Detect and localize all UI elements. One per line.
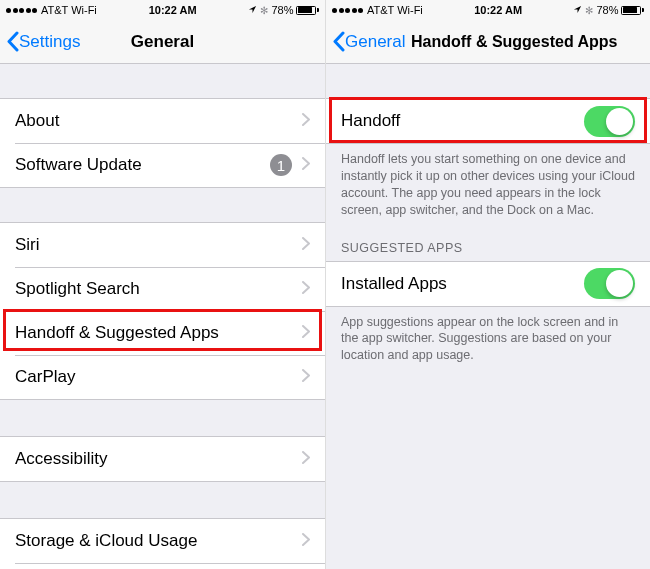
suggested-header: SUGGESTED APPS <box>326 227 650 261</box>
row-label: About <box>15 111 302 131</box>
row-label: Siri <box>15 235 302 255</box>
handoff-list: Handoff Handoff lets you start something… <box>326 64 650 569</box>
page-title: Handoff & Suggested Apps <box>411 33 618 51</box>
row-handoff-toggle: Handoff <box>326 99 650 143</box>
chevron-right-icon <box>302 367 310 387</box>
row-label: Installed Apps <box>341 274 584 294</box>
row-software-update[interactable]: Software Update 1 <box>0 143 325 187</box>
row-carplay[interactable]: CarPlay <box>0 355 325 399</box>
row-label: Handoff & Suggested Apps <box>15 323 302 343</box>
row-label: Storage & iCloud Usage <box>15 531 302 551</box>
chevron-right-icon <box>302 111 310 131</box>
nav-bar: Settings General <box>0 20 325 64</box>
back-button[interactable]: General <box>326 31 405 52</box>
row-handoff[interactable]: Handoff & Suggested Apps <box>0 311 325 355</box>
back-label: General <box>345 32 405 52</box>
status-bar: AT&T Wi-Fi 10:22 AM ✻ 78% <box>326 0 650 20</box>
nav-bar: General Handoff & Suggested Apps <box>326 20 650 64</box>
row-spotlight[interactable]: Spotlight Search <box>0 267 325 311</box>
screen-handoff: AT&T Wi-Fi 10:22 AM ✻ 78% General Handof… <box>325 0 650 569</box>
battery-pct: 78% <box>596 4 618 16</box>
screen-general: AT&T Wi-Fi 10:22 AM ✻ 78% Settings Gener… <box>0 0 325 569</box>
row-label: Accessibility <box>15 449 302 469</box>
bluetooth-icon: ✻ <box>260 5 268 16</box>
chevron-right-icon <box>302 155 310 175</box>
carrier-label: AT&T Wi-Fi <box>367 4 423 16</box>
status-time: 10:22 AM <box>474 4 522 16</box>
row-storage[interactable]: Storage & iCloud Usage <box>0 519 325 563</box>
suggested-footer: App suggestions appear on the lock scree… <box>326 307 650 373</box>
row-installed-apps: Installed Apps <box>326 262 650 306</box>
chevron-right-icon <box>302 279 310 299</box>
chevron-left-icon <box>332 31 345 52</box>
row-label: Handoff <box>341 111 584 131</box>
status-time: 10:22 AM <box>149 4 197 16</box>
row-label: Spotlight Search <box>15 279 302 299</box>
status-bar: AT&T Wi-Fi 10:22 AM ✻ 78% <box>0 0 325 20</box>
row-label: CarPlay <box>15 367 302 387</box>
back-button[interactable]: Settings <box>0 31 80 52</box>
row-background-refresh[interactable]: Background App Refresh <box>0 563 325 569</box>
chevron-right-icon <box>302 449 310 469</box>
row-label: Software Update <box>15 155 270 175</box>
chevron-left-icon <box>6 31 19 52</box>
back-label: Settings <box>19 32 80 52</box>
signal-icon <box>6 8 37 13</box>
carrier-label: AT&T Wi-Fi <box>41 4 97 16</box>
bluetooth-icon: ✻ <box>585 5 593 16</box>
chevron-right-icon <box>302 531 310 551</box>
handoff-footer: Handoff lets you start something on one … <box>326 144 650 227</box>
signal-icon <box>332 8 363 13</box>
settings-list: About Software Update 1 Siri Spotlight S… <box>0 64 325 569</box>
row-accessibility[interactable]: Accessibility <box>0 437 325 481</box>
location-icon <box>248 4 257 16</box>
update-badge: 1 <box>270 154 292 176</box>
battery-icon <box>621 6 644 15</box>
battery-icon <box>296 6 319 15</box>
battery-pct: 78% <box>271 4 293 16</box>
chevron-right-icon <box>302 323 310 343</box>
row-siri[interactable]: Siri <box>0 223 325 267</box>
handoff-toggle[interactable] <box>584 106 635 137</box>
installed-apps-toggle[interactable] <box>584 268 635 299</box>
location-icon <box>573 4 582 16</box>
chevron-right-icon <box>302 235 310 255</box>
row-about[interactable]: About <box>0 99 325 143</box>
